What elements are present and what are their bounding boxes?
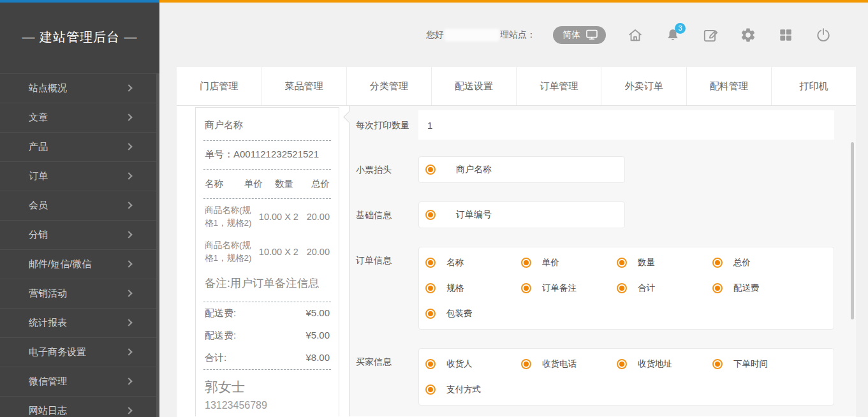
sidebar-item-label: 微信管理	[29, 376, 67, 388]
radio-button[interactable]	[712, 258, 723, 268]
receipt-fee-row: 配送费:¥5.00	[203, 302, 331, 325]
site-language-button[interactable]: 简体	[553, 26, 606, 44]
radio-button[interactable]	[425, 384, 436, 395]
tab-分类管理[interactable]: 分类管理	[347, 67, 432, 105]
sidebar-item-产品[interactable]: 产品	[0, 132, 159, 161]
receipt-fee-value: ¥5.00	[305, 307, 330, 319]
option-label: 规格	[446, 282, 464, 294]
receipt-col-header: 名称	[205, 178, 244, 190]
radio-dot	[428, 212, 433, 217]
print-count-label: 每次打印数量	[356, 110, 418, 140]
content-scrollbar[interactable]	[851, 142, 854, 319]
option-label: 数量	[638, 257, 655, 268]
receipt-item-name: 商品名称(规格1，规格2)	[205, 239, 257, 264]
print-count-input[interactable]	[418, 110, 834, 140]
radio-button[interactable]	[712, 359, 723, 369]
setting-section-基础信息: 基础信息订单编号	[356, 201, 834, 228]
sidebar-item-会员[interactable]: 会员	[0, 191, 159, 220]
sidebar-item-电子商务设置[interactable]: 电子商务设置	[0, 337, 159, 367]
option-包装费: 包装费	[425, 308, 521, 319]
receipt-item-total: 20.00	[307, 247, 330, 257]
sidebar-item-邮件/短信/微信[interactable]: 邮件/短信/微信	[0, 249, 159, 279]
sidebar: — 建站管理后台 — 站点概况文章产品订单会员分销邮件/短信/微信营销活动统计报…	[0, 0, 159, 417]
receipt-preview-column: 商户名称 单号：A001121232521521 名称单价数量总价 商品名称(规…	[177, 106, 349, 416]
receipt-fee-label: 合计:	[205, 352, 226, 364]
option-收货电话: 收货电话	[521, 358, 617, 370]
option-row: 商户名称	[425, 157, 624, 182]
option-label: 下单时间	[733, 358, 768, 370]
sidebar-item-站点概况[interactable]: 站点概况	[0, 73, 159, 103]
site-language-label: 简体	[563, 29, 580, 41]
tab-门店管理[interactable]: 门店管理	[177, 67, 261, 105]
grid-icon[interactable]	[777, 27, 794, 43]
header-bar: 您好 理站点： 简体 3	[159, 3, 868, 67]
radio-dot	[428, 286, 433, 291]
receipt-order-number: 单号：A001121232521521	[203, 141, 331, 169]
tab-配送设置[interactable]: 配送设置	[432, 67, 517, 105]
receipt-item-price: 10.00 X 2	[257, 247, 307, 257]
notification-badge: 3	[675, 23, 686, 34]
radio-dot	[715, 286, 720, 291]
receipt-customer-phone: 13123456789	[203, 398, 331, 417]
chevron-right-icon	[125, 201, 132, 208]
tab-菜品管理[interactable]: 菜品管理	[261, 67, 346, 105]
print-count-row: 每次打印数量	[356, 110, 834, 140]
sidebar-item-文章[interactable]: 文章	[0, 103, 159, 132]
radio-button[interactable]	[425, 309, 436, 319]
power-icon[interactable]	[815, 27, 832, 43]
tab-配料管理[interactable]: 配料管理	[687, 67, 772, 105]
receipt-fee-label: 配送费:	[205, 330, 236, 342]
gear-icon[interactable]	[740, 27, 756, 43]
chevron-right-icon	[125, 407, 132, 414]
option-row: 订单编号	[425, 203, 624, 227]
sidebar-item-label: 站点概况	[29, 82, 67, 94]
printer-settings-panel: 每次打印数量 小票抬头商户名称基础信息订单编号订单信息名称单价数量总价规格订单备…	[349, 106, 856, 416]
option-商户名称: 商户名称	[425, 164, 492, 175]
home-icon[interactable]	[627, 27, 644, 43]
tab-订单管理[interactable]: 订单管理	[517, 67, 601, 105]
sidebar-item-订单[interactable]: 订单	[0, 161, 159, 191]
radio-button[interactable]	[521, 283, 531, 293]
sidebar-item-统计报表[interactable]: 统计报表	[0, 308, 159, 337]
radio-button[interactable]	[425, 258, 436, 268]
chevron-right-icon	[125, 319, 132, 326]
radio-button[interactable]	[425, 359, 436, 369]
radio-button[interactable]	[712, 283, 723, 293]
radio-button[interactable]	[617, 283, 627, 293]
option-label: 配送费	[733, 282, 760, 294]
sidebar-item-分销[interactable]: 分销	[0, 220, 159, 249]
sidebar-item-网站日志[interactable]: 网站日志	[0, 396, 159, 417]
option-总价: 总价	[712, 257, 808, 268]
radio-button[interactable]	[617, 258, 627, 268]
sidebar-item-label: 分销	[29, 229, 48, 241]
receipt-fee-label: 配送费:	[205, 307, 236, 319]
radio-button[interactable]	[521, 258, 531, 268]
option-名称: 名称	[425, 257, 521, 268]
option-收货人: 收货人	[425, 358, 521, 370]
main-area: 您好 理站点： 简体 3	[159, 0, 868, 417]
radio-button[interactable]	[425, 283, 436, 293]
setting-section-label: 买家信息	[356, 348, 418, 406]
option-row: 规格订单备注合计配送费	[425, 275, 834, 301]
sidebar-item-微信管理[interactable]: 微信管理	[0, 367, 159, 396]
sidebar-item-label: 订单	[29, 170, 48, 182]
tab-打印机[interactable]: 打印机	[772, 67, 856, 105]
radio-button[interactable]	[521, 359, 531, 369]
radio-button[interactable]	[425, 165, 436, 175]
option-box: 商户名称	[418, 156, 625, 183]
receipt-col-header: 单价	[244, 178, 275, 190]
radio-button[interactable]	[617, 359, 627, 369]
radio-dot	[524, 286, 529, 291]
sidebar-item-营销活动[interactable]: 营销活动	[0, 279, 159, 308]
edit-icon[interactable]	[702, 27, 719, 43]
option-label: 收货人	[446, 358, 473, 370]
bell-icon[interactable]: 3	[665, 27, 681, 43]
tab-外卖订单[interactable]: 外卖订单	[601, 67, 686, 105]
radio-button[interactable]	[425, 210, 436, 220]
radio-dot	[619, 260, 624, 265]
sidebar-scrollbar[interactable]	[156, 73, 159, 417]
sidebar-item-label: 电子商务设置	[29, 346, 86, 358]
option-规格: 规格	[425, 282, 521, 294]
radio-dot	[715, 260, 720, 265]
option-订单编号: 订单编号	[425, 209, 492, 221]
